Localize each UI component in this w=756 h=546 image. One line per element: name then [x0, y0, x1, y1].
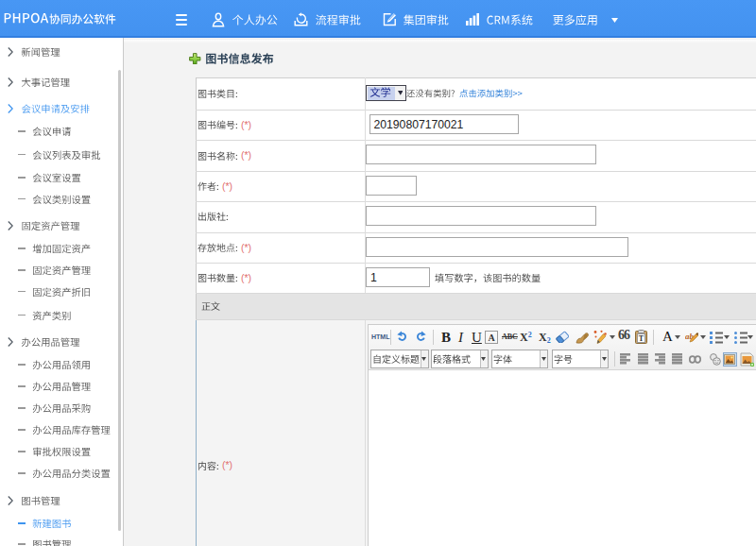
- svg-text:T: T: [639, 334, 644, 343]
